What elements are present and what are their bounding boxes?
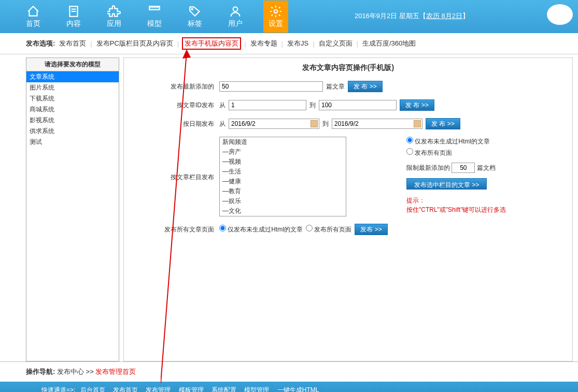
quick-gen-html[interactable]: 一键生成HTML [277, 386, 319, 392]
radio-all-pages[interactable]: 发布所有页面 [406, 148, 506, 157]
list-item[interactable]: —生活 [220, 167, 346, 177]
list-item[interactable]: 新闻频道 [220, 137, 346, 147]
sidebar-item-download[interactable]: 下载系统 [26, 93, 119, 104]
list-item[interactable]: —视频 [220, 157, 346, 167]
tab-publish-pc[interactable]: 发布PC版栏目页及内容页 [95, 39, 174, 48]
lunar-link[interactable]: 农历 8月2日 [426, 12, 462, 20]
svg-point-4 [192, 9, 193, 10]
list-item[interactable]: —房产 [220, 147, 346, 157]
btn-publish-latest[interactable]: 发 布 >> [348, 81, 383, 92]
tag-icon [188, 5, 202, 18]
top-navbar: 首页 内容 应用 模型 标签 用户 设置 2016年9月2日 星期五【农历 8月… [0, 0, 578, 33]
suffix-latest: 篇文章 [326, 82, 345, 91]
sidebar-item-image[interactable]: 图片系统 [26, 82, 119, 93]
model-sidebar: 请选择要发布的模型 文章系统 图片系统 下载系统 商城系统 影视系统 供求系统 … [26, 57, 119, 361]
quick-template-mgmt[interactable]: 模板管理 [179, 386, 204, 392]
list-item[interactable]: —娱乐 [220, 196, 346, 206]
quick-publish-mgmt[interactable]: 发布管理 [146, 386, 171, 392]
tab-publish-js[interactable]: 发布JS [286, 39, 309, 48]
cloud-icon [547, 4, 573, 25]
row-publish-by-date: 按日期发布 从 到 发 布 >> [131, 118, 565, 129]
label-by-date: 按日期发布 [131, 118, 219, 128]
row-publish-latest: 发布最新添加的 篇文章 发 布 >> [131, 81, 565, 92]
row-publish-by-id: 按文章ID发布 从 到 发 布 >> [131, 99, 565, 111]
publish-tabs: 发布选项: 发布首页| 发布PC版栏目页及内容页| 发布手机版内容页| 发布专题… [0, 33, 578, 54]
tab-publish-topic[interactable]: 发布专题 [249, 39, 278, 48]
tabs-label: 发布选项: [26, 39, 55, 48]
input-id-from[interactable] [229, 100, 306, 110]
ruler-icon [148, 5, 161, 18]
svg-point-5 [233, 7, 238, 11]
puzzle-icon [107, 5, 121, 18]
label-by-column: 按文章栏目发布 [131, 137, 219, 182]
list-item[interactable]: —教育 [220, 186, 346, 196]
list-item[interactable]: —文化 [220, 206, 346, 216]
main-nav: 首页 内容 应用 模型 标签 用户 设置 [21, 1, 288, 33]
sidebar-item-test[interactable]: 测试 [26, 137, 119, 148]
nav-settings[interactable]: 设置 [263, 1, 288, 33]
row-publish-all: 发布所有文章页面 仅发布未生成过Html的文章 发布所有页面 发布 >> [131, 224, 565, 235]
btn-publish-all[interactable]: 发布 >> [355, 224, 387, 235]
nav-tag[interactable]: 标签 [182, 1, 207, 33]
input-date-from[interactable] [229, 119, 319, 129]
svg-point-6 [274, 10, 278, 13]
sidebar-title: 请选择要发布的模型 [26, 57, 119, 71]
input-limit[interactable] [452, 163, 475, 173]
nav-content[interactable]: 内容 [61, 1, 86, 33]
top-date: 2016年9月2日 星期五【农历 8月2日】 [355, 11, 469, 21]
operation-nav: 操作导航: 发布中心 >> 发布管理首页 [0, 361, 578, 382]
radio-only-new-html[interactable]: 仅发布未生成过Html的文章 [406, 137, 506, 146]
hint-text: 提示： 按住"CTRL"或"Shift"键可以进行多选 [406, 196, 506, 214]
tab-publish-home[interactable]: 发布首页 [58, 39, 87, 48]
nav-user[interactable]: 用户 [223, 1, 248, 33]
quick-admin-home[interactable]: 后台首页 [80, 386, 105, 392]
calendar-icon[interactable] [414, 120, 421, 127]
btn-publish-by-id[interactable]: 发 布 >> [400, 99, 434, 111]
sidebar-item-supply[interactable]: 供求系统 [26, 126, 119, 137]
tab-sitemap[interactable]: 生成百度/360地图 [361, 39, 417, 48]
nav-app[interactable]: 应用 [102, 1, 126, 33]
quick-system-config[interactable]: 系统配置 [212, 386, 236, 392]
sidebar-list: 文章系统 图片系统 下载系统 商城系统 影视系统 供求系统 测试 [26, 71, 119, 361]
column-listbox[interactable]: 新闻频道 —房产 —视频 —生活 —健康 —教育 —娱乐 —文化 —经济 —社会 [219, 137, 346, 216]
quick-publish-home[interactable]: 发布首页 [113, 386, 138, 392]
radio-all-pages2[interactable]: 发布所有页面 [306, 225, 351, 234]
sidebar-item-shop[interactable]: 商城系统 [26, 104, 119, 115]
document-icon [67, 5, 80, 18]
label-latest: 发布最新添加的 [131, 81, 219, 91]
radio-all-only-new[interactable]: 仅发布未生成过Html的文章 [219, 225, 303, 234]
label-publish-all: 发布所有文章页面 [131, 224, 219, 234]
btn-publish-by-date[interactable]: 发 布 >> [426, 118, 460, 129]
gear-icon [269, 5, 283, 18]
row-publish-by-column: 按文章栏目发布 新闻频道 —房产 —视频 —生活 —健康 —教育 —娱乐 —文化… [131, 137, 565, 216]
home-icon [26, 5, 40, 18]
user-icon [229, 5, 242, 18]
input-id-to[interactable] [319, 100, 397, 110]
quick-model-mgmt[interactable]: 模型管理 [244, 386, 269, 392]
list-item[interactable]: —健康 [220, 177, 346, 186]
btn-publish-selected-column[interactable]: 发布选中栏目的文章 >> [406, 178, 487, 190]
sidebar-item-video[interactable]: 影视系统 [26, 115, 119, 126]
main-panel: 发布文章内容页操作(手机版) 发布最新添加的 篇文章 发 布 >> 按文章ID发… [123, 57, 573, 361]
panel-title: 发布文章内容页操作(手机版) [131, 63, 565, 72]
list-item[interactable]: —经济 [220, 216, 346, 216]
nav-model[interactable]: 模型 [142, 1, 167, 33]
link-publish-mgmt-home[interactable]: 发布管理首页 [95, 368, 136, 375]
label-by-id: 按文章ID发布 [131, 99, 219, 110]
tab-custom-page[interactable]: 自定义页面 [318, 39, 354, 48]
calendar-icon[interactable] [311, 120, 318, 127]
input-latest-count[interactable] [219, 81, 323, 92]
sidebar-item-article[interactable]: 文章系统 [26, 71, 119, 82]
tab-publish-mobile[interactable]: 发布手机版内容页 [182, 37, 241, 50]
input-date-to[interactable] [332, 119, 422, 129]
quick-access-bar: 快速通道=>: 后台首页 发布首页 发布管理 模板管理 系统配置 模型管理 一键… [0, 382, 578, 392]
nav-home[interactable]: 首页 [21, 1, 46, 33]
